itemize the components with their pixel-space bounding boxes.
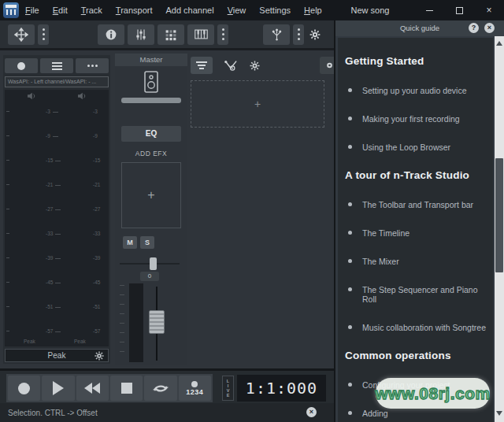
bullet-icon	[348, 88, 352, 92]
songtree-overflow-button[interactable]	[293, 24, 304, 45]
gear-icon	[309, 28, 321, 41]
guide-section-heading: A tour of n-Track Studio	[345, 169, 488, 181]
toolbar-group-songtree	[263, 24, 323, 45]
mixer-button[interactable]	[128, 24, 154, 45]
recorder-more-button[interactable]	[76, 58, 109, 73]
track-view-button[interactable]	[191, 57, 213, 74]
loop-icon	[152, 382, 169, 395]
bullet-icon	[348, 231, 352, 235]
scroll-down-icon[interactable]	[496, 411, 502, 416]
guide-link[interactable]: Making your first recording	[345, 114, 488, 124]
guide-link[interactable]: Adding	[345, 409, 488, 418]
menu-file[interactable]: File	[25, 6, 39, 15]
track-drop-zone[interactable]: +	[191, 80, 324, 128]
timeline-settings-button[interactable]	[249, 60, 261, 72]
bullet-icon	[348, 383, 352, 387]
pan-value: 0	[140, 272, 159, 281]
minimize-button[interactable]	[414, 0, 444, 20]
menu-track[interactable]: Track	[81, 6, 102, 15]
toolbar-group-tools	[8, 24, 52, 45]
peak-button[interactable]: Peak	[5, 349, 109, 362]
level-meters: -3-3-9-9-15-15-21-21-27-27-33-33-39-39-4…	[5, 90, 109, 346]
songtree-button[interactable]	[263, 24, 290, 45]
status-close-button[interactable]: ×	[306, 407, 317, 417]
recorder-menu-button[interactable]	[40, 58, 73, 73]
play-button[interactable]	[42, 376, 74, 401]
meter-db-tick: -45-45	[5, 279, 109, 286]
guide-link[interactable]: The Toolbar and Transport bar	[345, 200, 488, 209]
menu-edit[interactable]: Edit	[53, 6, 68, 15]
record-button[interactable]	[8, 376, 40, 401]
gear-icon	[325, 59, 334, 72]
menu-add-channel[interactable]: Add channel	[165, 6, 213, 15]
menu-view[interactable]: View	[228, 6, 246, 15]
time-display[interactable]: 1:1:000	[237, 375, 326, 402]
scroll-up-icon[interactable]	[496, 41, 502, 46]
quick-guide-scrollbar[interactable]	[495, 36, 504, 422]
collapsed-panel-button[interactable]	[320, 57, 334, 74]
arm-record-button[interactable]	[5, 58, 38, 73]
ellipsis-icon	[87, 65, 98, 67]
automation-tool-button[interactable]	[224, 59, 238, 72]
timeline-area: +	[189, 50, 334, 368]
app-icon[interactable]	[3, 2, 19, 18]
fader-thumb[interactable]	[149, 310, 165, 334]
guide-link[interactable]: Music collaboration with Songtree	[345, 323, 488, 332]
guide-item-list: Setting up your audio deviceMaking your …	[345, 86, 488, 152]
move-tool-icon	[14, 28, 28, 42]
efx-drop-zone[interactable]: +	[121, 162, 181, 228]
pan-slider-thumb[interactable]	[150, 257, 157, 270]
step-sequencer-button[interactable]	[158, 24, 184, 45]
bullet-icon	[348, 325, 352, 329]
kebab-icon	[222, 28, 224, 40]
count-in-button[interactable]: 1234	[179, 376, 211, 401]
toolbar-settings-button[interactable]	[307, 27, 323, 43]
live-button[interactable]: LIVE	[222, 376, 234, 401]
loop-button[interactable]	[144, 376, 176, 401]
status-bar: Selection. CTRL -> Offset ×	[0, 403, 334, 422]
meter-db-tick: -27-27	[5, 206, 109, 213]
track-info-button[interactable]	[98, 24, 124, 45]
menu-help[interactable]: Help	[304, 6, 322, 15]
master-level-meter	[129, 283, 143, 362]
help-button[interactable]: ?	[469, 23, 479, 33]
eq-button[interactable]: EQ	[121, 126, 181, 142]
guide-link[interactable]: The Mixer	[345, 257, 488, 266]
plus-icon: +	[254, 98, 261, 110]
meter-settings-button[interactable]	[94, 350, 105, 361]
rewind-button[interactable]	[76, 376, 109, 401]
move-tool-button[interactable]	[8, 24, 35, 45]
solo-button[interactable]: S	[140, 236, 154, 249]
filter-icon	[196, 61, 207, 63]
menu-transport[interactable]: Transport	[116, 6, 153, 15]
play-icon	[53, 381, 64, 395]
titlebar: FileEditTrackTransportAdd channelViewSet…	[0, 0, 504, 20]
guide-link[interactable]: The Timeline	[345, 228, 488, 238]
maximize-button[interactable]	[444, 0, 474, 20]
stop-button[interactable]	[110, 376, 143, 401]
recorder-strip: WasAPI: - Left channel/WasAPI: - ... -3-…	[3, 55, 110, 364]
bullet-icon	[348, 117, 352, 120]
quick-guide-close-button[interactable]: ×	[484, 23, 495, 33]
scrollbar-thumb[interactable]	[495, 158, 503, 272]
mute-button[interactable]: M	[123, 236, 137, 249]
tools-overflow-button[interactable]	[38, 24, 49, 45]
bullet-icon	[348, 202, 352, 206]
master-strip-title[interactable]: Master	[115, 54, 187, 66]
menu-settings[interactable]: Settings	[259, 6, 291, 15]
piano-roll-button[interactable]	[187, 24, 214, 45]
automation-node-icon	[224, 59, 238, 72]
window-title: New song	[327, 6, 413, 15]
audio-device-select[interactable]: WasAPI: - Left channel/WasAPI: - ...	[5, 76, 109, 87]
guide-link[interactable]: Setting up your audio device	[345, 86, 488, 95]
recorder-buttons	[3, 55, 110, 75]
pan-slider[interactable]	[120, 263, 180, 265]
quick-guide-content: Getting StartedSetting up your audio dev…	[338, 38, 493, 422]
gear-icon	[249, 60, 261, 72]
close-button[interactable]: ×	[474, 0, 504, 20]
guide-link[interactable]: The Step Sequencer and Piano Roll	[345, 285, 488, 304]
speaker-icon	[27, 92, 36, 100]
live-label: LIVE	[226, 379, 231, 398]
views-overflow-button[interactable]	[217, 24, 228, 45]
guide-link[interactable]: Using the Loop Browser	[345, 143, 488, 152]
